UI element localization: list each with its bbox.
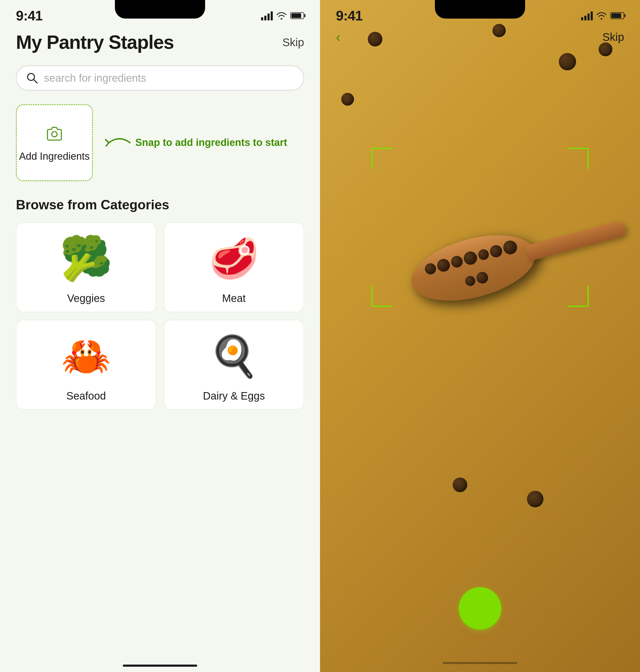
pepper-3: [559, 53, 576, 70]
time-left: 9:41: [16, 8, 42, 24]
left-phone: 9:41 My Pantry Staples Skip: [0, 0, 320, 672]
svg-line-1: [34, 79, 37, 83]
signal-icon-right: [581, 11, 593, 20]
page-title: My Pantry Staples: [16, 32, 174, 53]
signal-icon: [261, 11, 273, 20]
search-icon: [26, 72, 38, 84]
search-bar[interactable]: search for ingredients: [16, 65, 304, 90]
time-right: 9:41: [336, 8, 362, 24]
viewfinder-corner-bl: [371, 286, 392, 307]
category-veggies[interactable]: 🥦 Veggies: [16, 222, 156, 312]
seafood-icon: 🦀: [61, 326, 111, 385]
category-label-seafood: Seafood: [66, 390, 106, 402]
snap-hint: Snap to add ingredients to start: [101, 132, 287, 154]
pepper-4: [341, 93, 354, 106]
battery-icon: [290, 12, 304, 19]
wifi-icon-right: [596, 12, 607, 20]
snap-arrow-icon: [101, 132, 133, 154]
viewfinder-corner-br: [568, 286, 589, 307]
viewfinder-corner-tl: [371, 148, 392, 169]
back-button[interactable]: ‹: [336, 29, 340, 45]
category-dairy[interactable]: 🍳 Dairy & Eggs: [164, 320, 304, 410]
left-content: My Pantry Staples Skip search for ingred…: [0, 24, 320, 659]
home-indicator-right: [443, 662, 517, 664]
status-icons-right: [581, 11, 624, 20]
add-ingredients-label: Add Ingredients: [19, 151, 90, 162]
wifi-icon: [276, 12, 287, 20]
camera-background: [320, 0, 640, 672]
search-placeholder: search for ingredients: [44, 72, 146, 84]
category-label-dairy: Dairy & Eggs: [203, 390, 265, 402]
categories-grid: 🥦 Veggies 🥩 Meat 🦀 Seafood: [16, 222, 304, 410]
meat-icon: 🥩: [209, 229, 259, 288]
right-nav: ‹ Skip: [320, 24, 640, 50]
right-skip-button[interactable]: Skip: [602, 31, 624, 44]
viewfinder: [371, 148, 589, 307]
svg-point-2: [52, 132, 57, 137]
browse-title: Browse from Categories: [16, 197, 304, 213]
snap-text: Snap to add ingredients to start: [135, 136, 287, 149]
page-header: My Pantry Staples Skip: [16, 32, 304, 53]
notch-right: [435, 0, 525, 18]
add-ingredients-section: Add Ingredients Snap to add ingredients …: [16, 104, 304, 181]
status-icons-left: [261, 11, 304, 20]
battery-icon-right: [610, 12, 624, 19]
add-ingredients-card[interactable]: Add Ingredients: [16, 104, 93, 181]
browse-section: Browse from Categories 🥦 Veggies 🥩 Meat: [16, 197, 304, 410]
notch-left: [115, 0, 205, 18]
category-seafood[interactable]: 🦀 Seafood: [16, 320, 156, 410]
category-label-veggies: Veggies: [67, 292, 105, 304]
viewfinder-corner-tr: [568, 148, 589, 169]
dairy-icon: 🍳: [209, 326, 259, 385]
category-meat[interactable]: 🥩 Meat: [164, 222, 304, 312]
capture-button[interactable]: [459, 587, 501, 630]
camera-icon: [44, 123, 65, 146]
veggies-icon: 🥦: [60, 229, 113, 288]
home-indicator-left: [123, 664, 197, 667]
category-label-meat: Meat: [222, 292, 246, 304]
right-phone: 9:41 ‹ Skip: [320, 0, 640, 672]
pepper-7: [527, 491, 543, 507]
skip-button[interactable]: Skip: [282, 36, 304, 49]
pepper-6: [453, 478, 467, 492]
